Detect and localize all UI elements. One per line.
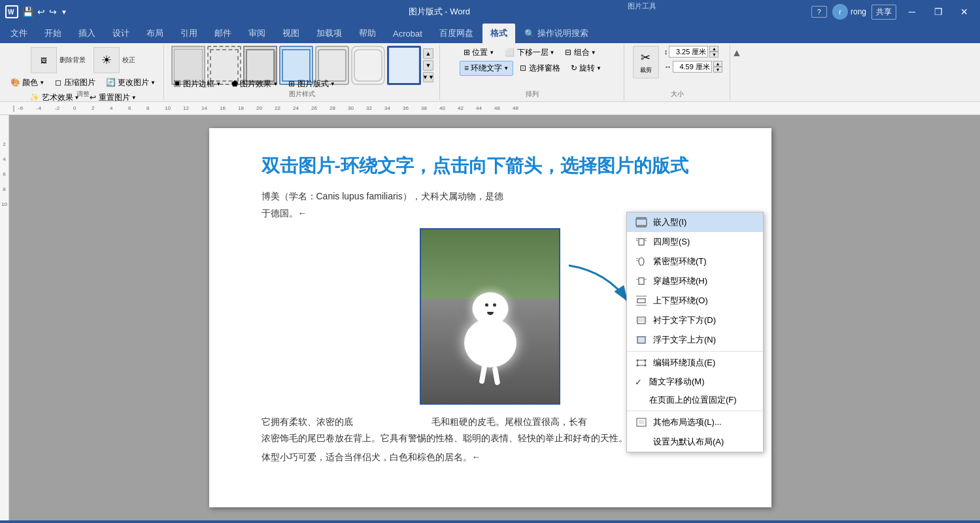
tab-insert[interactable]: 插入 (71, 24, 103, 43)
tab-format[interactable]: 格式 (482, 24, 515, 43)
style-scroll-buttons: ▲ ▼ ▼▼ (423, 48, 433, 82)
position-button[interactable]: ⊞ 位置 ▼ (460, 46, 498, 59)
wrap-setdefault-item[interactable]: 设置为默认布局(A) (627, 432, 763, 452)
rotate-button[interactable]: ↻ 旋转 ▼ (567, 61, 605, 76)
wrap-text-button[interactable]: ≡ 环绕文字 ▼ (460, 61, 513, 76)
wrap-infront-item[interactable]: 浮于文字上方(N) (627, 330, 763, 350)
wrap-default-label: 设置为默认布局(A) (653, 436, 755, 448)
tab-help[interactable]: 帮助 (351, 24, 384, 43)
ribbon-collapse[interactable]: ▲ (732, 44, 742, 100)
height-input[interactable] (669, 46, 708, 58)
wrap-more-label: 其他布局选项(L)... (653, 416, 755, 428)
pic-effect-button[interactable]: ⬟ 图片效果 ▼ (228, 77, 282, 91)
wrap-default-icon (635, 435, 648, 448)
width-up[interactable]: ▲ (713, 61, 722, 67)
svg-line-13 (636, 260, 638, 261)
style-scroll-down[interactable]: ▼ (423, 60, 433, 71)
selection-pane-button[interactable]: ⊡ 选择窗格 (516, 61, 564, 76)
move-back-button[interactable]: ⬜ 下移一层 ▼ (501, 46, 558, 59)
tab-view[interactable]: 视图 (275, 24, 307, 43)
wrap-through-item[interactable]: 穿越型环绕(H) (627, 271, 763, 291)
wrap-inline-item[interactable]: 嵌入型(I) (627, 212, 763, 232)
height-down[interactable]: ▼ (709, 52, 718, 58)
wrap-through-label: 穿越型环绕(H) (653, 275, 755, 287)
tab-addins[interactable]: 加载项 (309, 24, 350, 43)
ruler-mark: 22 (275, 105, 293, 111)
tab-acrobat[interactable]: Acrobat (385, 24, 430, 43)
size-group: ✂ 裁剪 ↕ ▲ ▼ ↔ ▲ ▼ (626, 44, 730, 100)
doc-image[interactable] (420, 228, 560, 405)
svg-rect-27 (637, 360, 645, 365)
title-bar: W 💾 ↩ ↪ ▼ 图片版式 - Word 图片工具 ? r rong 共享 ─… (0, 0, 980, 24)
maximize-button[interactable]: ❐ (928, 3, 949, 20)
window-title: 图片版式 - Word 图片工具 (67, 6, 811, 18)
wrap-square-item[interactable]: 四周型(S) (627, 232, 763, 252)
ruler-mark: 34 (384, 105, 403, 111)
wrap-movewithtext-item[interactable]: ✓ 随文字移动(M) (627, 373, 763, 391)
close-button[interactable]: ✕ (954, 3, 975, 20)
ruler-mark: 40 (439, 105, 458, 111)
svg-point-29 (645, 360, 647, 362)
svg-rect-6 (639, 239, 644, 245)
quick-save-icon[interactable]: 💾 (22, 7, 33, 17)
wrap-inline-icon (635, 216, 648, 229)
tab-layout[interactable]: 布局 (139, 24, 171, 43)
pic-style-6[interactable] (351, 46, 385, 85)
ruler-mark: 28 (329, 105, 348, 111)
pic-style-7[interactable] (387, 46, 421, 85)
remove-background-button[interactable]: 🖼 删除背景 (28, 46, 88, 75)
remove-bg-label: 删除背景 (59, 56, 86, 65)
height-up[interactable]: ▲ (709, 46, 718, 52)
wrap-moreoptions-item[interactable]: 其他布局选项(L)... (627, 413, 763, 432)
pic-layout-button[interactable]: ⊞ 图片版式 ▼ (284, 77, 339, 91)
status-bar: 第 1 页，共 4 页 2103 个字 英语(美国) ▬ ⊞ ☰ 📖 | － ＋… (0, 520, 980, 523)
customize-icon[interactable]: ▼ (61, 8, 67, 16)
para2-text1: 它拥有柔软、浓密的底 (262, 416, 353, 427)
para2-text3: 浓密饰毛的尾巴卷放在背上。它具有警惕的性格、聪明的表情、轻快的举止和好奇的天性。 (262, 433, 628, 443)
svg-rect-17 (637, 299, 645, 303)
qa-button[interactable]: ? (811, 6, 827, 18)
style-scroll-up[interactable]: ▲ (423, 48, 433, 59)
word-icon: W (5, 5, 18, 18)
tab-references[interactable]: 引用 (173, 24, 205, 43)
wrap-tight-item[interactable]: 紧密型环绕(T) (627, 252, 763, 271)
wrap-editpoints-icon (635, 356, 648, 369)
wrap-editpoints-item[interactable]: 编辑环绕顶点(E) (627, 353, 763, 373)
share-button[interactable]: 共享 (871, 5, 896, 20)
tab-review[interactable]: 审阅 (241, 24, 273, 43)
wrap-fixposition-item[interactable]: ✓ 在页面上的位置固定(F) (627, 391, 763, 409)
crop-button[interactable]: ✂ 裁剪 (633, 46, 659, 78)
redo-icon[interactable]: ↪ (49, 7, 57, 17)
width-down[interactable]: ▼ (713, 67, 722, 73)
style-expand[interactable]: ▼▼ (423, 72, 433, 82)
tab-home[interactable]: 开始 (37, 24, 69, 43)
minimize-button[interactable]: ─ (902, 3, 922, 20)
width-input[interactable] (673, 61, 712, 73)
ruler-mark: 36 (403, 105, 421, 111)
change-pic-button[interactable]: 🔄 更改图片 ▼ (102, 76, 160, 90)
crop-label: 裁剪 (640, 66, 652, 75)
compress-button[interactable]: ◻ 压缩图片 (51, 76, 99, 90)
wrap-square-label: 四周型(S) (653, 236, 755, 248)
remove-bg-icon: 🖼 (31, 47, 57, 73)
tab-mailings[interactable]: 邮件 (207, 24, 239, 43)
width-label: ↔ (664, 63, 671, 71)
ruler-mark: 38 (421, 105, 439, 111)
pic-border-button[interactable]: ▣ 图片边框 ▼ (169, 77, 225, 91)
correct-button[interactable]: ☀ 校正 (91, 46, 138, 75)
tab-search[interactable]: 🔍 操作说明搜索 (516, 24, 596, 43)
tab-file[interactable]: 文件 (3, 24, 35, 43)
svg-text:W: W (8, 8, 14, 16)
combine-button[interactable]: ⊟ 组合 ▼ (561, 46, 600, 59)
tab-baidu[interactable]: 百度网盘 (431, 24, 481, 43)
wrap-topbottom-item[interactable]: 上下型环绕(O) (627, 291, 763, 311)
para1-text2: 于德国。← (262, 208, 307, 218)
tab-design[interactable]: 设计 (105, 24, 137, 43)
undo-icon[interactable]: ↩ (37, 7, 45, 17)
adjust-buttons: 🖼 删除背景 ☀ 校正 🎨 颜色 ▼ ◻ 压缩图片 🔄 更改图片 ▼ (7, 46, 160, 114)
wrap-behind-item[interactable]: 衬于文字下方(D) (627, 311, 763, 330)
ruler-mark: 46 (494, 105, 513, 111)
color-button[interactable]: 🎨 颜色 ▼ (7, 76, 48, 90)
ruler-mark: 20 (256, 105, 275, 111)
svg-rect-32 (637, 418, 646, 426)
